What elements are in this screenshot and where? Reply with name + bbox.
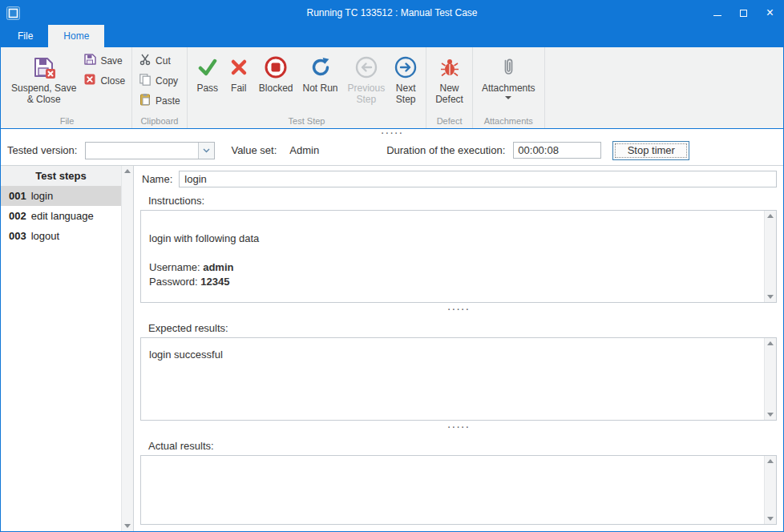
step-item-003[interactable]: 003 logout: [1, 226, 121, 246]
expected-results-text: login successful: [149, 348, 756, 362]
bug-icon: [440, 52, 459, 83]
ribbon-group-test-step: Pass Fail: [188, 47, 426, 128]
instructions-textarea[interactable]: login with following data Username: admi…: [141, 211, 764, 302]
tested-version-combobox[interactable]: [85, 142, 215, 159]
maximize-icon: [740, 10, 747, 17]
actual-results-pane: [140, 455, 777, 525]
previous-step-icon: [355, 52, 378, 83]
instructions-blank-line: [149, 246, 756, 260]
combo-dropdown-button[interactable]: [198, 143, 214, 159]
suspend-label-line1: Suspend, Save: [11, 83, 76, 94]
splitter-grip[interactable]: ·····: [140, 421, 777, 432]
step-number: 003: [9, 230, 26, 242]
chevron-down-icon: [203, 148, 210, 153]
paste-button[interactable]: Paste: [136, 92, 183, 109]
step-editor: Name: Instructions: login with following…: [134, 166, 783, 531]
attachments-button[interactable]: Attachments: [477, 50, 540, 102]
cut-label: Cut: [156, 55, 171, 66]
not-run-button[interactable]: Not Run: [297, 50, 342, 96]
tab-home[interactable]: Home: [48, 25, 104, 47]
ribbon-group-clipboard: Cut Copy: [132, 47, 188, 128]
name-input[interactable]: [179, 171, 777, 187]
close-ribbon-button[interactable]: Close: [81, 72, 127, 89]
minimize-icon: [713, 15, 721, 16]
save-button[interactable]: Save: [81, 52, 127, 69]
previous-step-button[interactable]: Previous Step: [343, 50, 390, 107]
instructions-label: Instructions:: [148, 195, 777, 207]
blocked-button[interactable]: Blocked: [254, 50, 298, 96]
fail-button[interactable]: Fail: [224, 50, 254, 96]
group-caption-defect: Defect: [430, 115, 468, 128]
stop-timer-button[interactable]: Stop timer: [612, 141, 689, 160]
tested-version-label: Tested version:: [7, 144, 77, 156]
group-caption-file: File: [6, 115, 127, 128]
scroll-down-icon[interactable]: [767, 413, 774, 417]
actual-scrollbar[interactable]: [764, 456, 776, 524]
step-number: 002: [9, 210, 26, 222]
next-step-button[interactable]: Next Step: [390, 50, 422, 107]
pass-button[interactable]: Pass: [192, 50, 224, 96]
parameters-toolbar: ····· Tested version: Value set: Admin D…: [1, 129, 783, 166]
cut-button[interactable]: Cut: [136, 52, 183, 69]
splitter-grip[interactable]: ·····: [140, 304, 777, 314]
save-icon: [83, 53, 96, 68]
scroll-down-icon[interactable]: [124, 524, 131, 528]
instructions-scrollbar[interactable]: [764, 211, 776, 302]
step-item-001[interactable]: 001 login: [1, 186, 121, 206]
duration-input[interactable]: [513, 142, 601, 159]
scroll-track[interactable]: [765, 218, 776, 295]
next-step-icon: [394, 52, 417, 83]
window-title: Running TC 133512 : Manual Test Case: [1, 7, 783, 18]
scroll-down-icon[interactable]: [767, 517, 774, 521]
new-defect-button[interactable]: New Defect: [430, 50, 468, 107]
suspend-save-close-button[interactable]: Suspend, Save & Close: [6, 50, 81, 107]
close-label: Close: [100, 75, 125, 87]
actual-results-textarea[interactable]: [141, 456, 764, 524]
step-label: logout: [31, 230, 59, 242]
window-controls: ×: [704, 1, 783, 25]
instructions-password-line: Password: 12345: [149, 275, 756, 289]
attachments-label: Attachments: [482, 83, 535, 94]
test-steps-header: Test steps: [1, 166, 121, 186]
paste-label: Paste: [156, 95, 180, 107]
expected-results-textarea[interactable]: login successful: [141, 338, 764, 420]
tab-file[interactable]: File: [2, 25, 48, 47]
step-label: edit language: [31, 210, 94, 222]
maximize-button[interactable]: [730, 1, 757, 25]
scroll-down-icon[interactable]: [767, 295, 774, 299]
app-icon[interactable]: [6, 6, 20, 20]
next-step-label-line1: Next: [396, 83, 416, 94]
new-defect-label-line2: Defect: [435, 94, 463, 105]
save-label: Save: [100, 55, 122, 66]
scroll-track[interactable]: [765, 463, 776, 517]
ribbon: Suspend, Save & Close Save: [1, 47, 783, 129]
ribbon-group-defect: New Defect Defect: [426, 47, 473, 128]
new-defect-label-line1: New: [440, 83, 459, 94]
suspend-save-close-icon: [32, 52, 56, 83]
ribbon-splitter-grip[interactable]: ·····: [1, 127, 783, 137]
scroll-track[interactable]: [765, 345, 776, 413]
instructions-line1: login with following data: [149, 232, 756, 246]
copy-label: Copy: [156, 75, 178, 87]
ribbon-tab-row: File Home: [1, 25, 783, 47]
copy-button[interactable]: Copy: [136, 72, 183, 89]
group-caption-attachments: Attachments: [477, 115, 540, 128]
minimize-button[interactable]: [704, 1, 730, 25]
blocked-label: Blocked: [259, 83, 293, 94]
suspend-label-line2: & Close: [27, 94, 61, 105]
step-label: login: [31, 190, 53, 202]
duration-label: Duration of the execution:: [386, 144, 505, 156]
step-item-002[interactable]: 002 edit language: [1, 206, 121, 226]
actual-results-label: Actual results:: [148, 440, 777, 452]
steps-scrollbar[interactable]: [121, 166, 133, 531]
scroll-track[interactable]: [122, 173, 133, 524]
close-button[interactable]: ×: [757, 1, 783, 25]
pass-label: Pass: [196, 83, 218, 94]
next-step-label-line2: Step: [396, 94, 416, 105]
not-run-refresh-icon: [309, 52, 332, 83]
copy-icon: [139, 73, 152, 88]
expected-scrollbar[interactable]: [764, 338, 776, 420]
expected-results-label: Expected results:: [148, 322, 777, 334]
value-set-label: Value set:: [231, 144, 277, 156]
titlebar: Running TC 133512 : Manual Test Case ×: [1, 1, 783, 25]
